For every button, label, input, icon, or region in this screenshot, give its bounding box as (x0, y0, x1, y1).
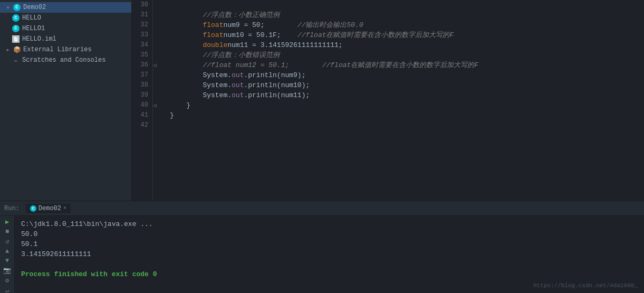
console-line-empty (21, 259, 638, 269)
run-button[interactable]: ▶ (2, 218, 13, 226)
code-line-30 (170, 0, 644, 10)
line-num-34: 34 (132, 40, 148, 50)
console-line-3: 3.141592611111111 (21, 249, 638, 259)
console-line-2: 50.1 (21, 239, 638, 249)
code-line-35: //浮点数：小数错误范例 (170, 50, 644, 60)
sidebar-item-demo02[interactable]: C Demo02 (0, 2, 131, 13)
fold-icon[interactable]: ◁ (153, 62, 157, 69)
tab-close-icon[interactable]: × (63, 205, 66, 211)
expand-arrow-icon (4, 4, 12, 11)
console-line-path: C:\jdk1.8.0_111\bin\java.exe ... (21, 219, 638, 229)
scroll-down-button[interactable]: ▼ (2, 257, 13, 264)
bottom-panel: Run: C Demo02 × ▶ ■ ↺ ▲ ▼ 📷 ⚙ ↵ ⊟ C:\jdk… (0, 201, 644, 293)
code-gutter: ◁ ◁ (153, 0, 164, 201)
run-tab-icon: C (30, 205, 36, 212)
line-num-35: 35 (132, 50, 148, 60)
line-num-32: 32 (132, 20, 148, 30)
line-num-36: 36 (132, 60, 148, 70)
code-line-36: //float num12 = 50.1; //float在赋值时需要在含小数的… (170, 60, 644, 70)
code-line-39: System.out.println(num11); (170, 90, 644, 100)
line-num-31: 31 (132, 10, 148, 20)
code-line-41: } (170, 110, 644, 120)
editor-area: 30 31 32 33 34 35 36 37 38 39 40 41 42 (132, 0, 644, 201)
run-label: Run: (4, 205, 20, 212)
scroll-up-button[interactable]: ▲ (2, 248, 13, 255)
line-num-39: 39 (132, 90, 148, 100)
run-tab-label: Demo02 (39, 205, 61, 212)
watermark: https://blog.csdn.net/Ada1990_ (533, 282, 638, 289)
stop-button[interactable]: ■ (2, 228, 13, 235)
code-line-40: } (170, 100, 644, 110)
bottom-tab-bar: Run: C Demo02 × (0, 201, 644, 216)
sidebar-item-external-libs[interactable]: 📦 External Libraries (0, 44, 131, 55)
run-tab-demo02[interactable]: C Demo02 × (26, 204, 71, 213)
code-line-42 (170, 120, 644, 130)
settings-button[interactable]: ⚙ (2, 277, 13, 285)
fold-icon2[interactable]: ◁ (153, 102, 157, 109)
expand-arrow-icon (4, 46, 12, 53)
java-icon: C (12, 24, 20, 33)
java-icon: C (12, 14, 20, 22)
sidebar-item-hello[interactable]: C HELLO (0, 13, 131, 23)
sidebar-item-scratches[interactable]: ✏️ Scratches and Consoles (0, 55, 131, 65)
sidebar-item-hello-iml[interactable]: 📄 HELLO.iml (0, 34, 131, 44)
java-icon: C (13, 3, 21, 12)
line-num-42: 42 (132, 120, 148, 130)
lib-icon: 📦 (13, 45, 21, 54)
code-line-34: double num11 = 3.14159261111111111; (170, 40, 644, 50)
scratch-icon: ✏️ (12, 56, 20, 64)
console-line-1: 50.0 (21, 229, 638, 239)
console-output: C:\jdk1.8.0_111\bin\java.exe ... 50.0 50… (15, 216, 644, 293)
line-num-37: 37 (132, 70, 148, 80)
line-num-33: 33 (132, 30, 148, 40)
run-toolbar: ▶ ■ ↺ ▲ ▼ 📷 ⚙ ↵ ⊟ (0, 216, 15, 293)
project-sidebar: C Demo02 C HELLO C HELLO1 📄 HELLO.iml 📦 … (0, 0, 132, 201)
iml-icon: 📄 (12, 35, 20, 43)
code-line-33: float num10 = 50.1F; //float在赋值时需要在含小数的数… (170, 30, 644, 40)
line-num-38: 38 (132, 80, 148, 90)
line-num-40: 40 (132, 100, 148, 110)
wrap-button[interactable]: ↵ (2, 287, 13, 293)
console-line-success: Process finished with exit code 0 (21, 269, 638, 279)
code-line-31: //浮点数：小数正确范例 (170, 10, 644, 20)
camera-button[interactable]: 📷 (2, 267, 13, 275)
line-num-30: 30 (132, 0, 148, 10)
code-line-38: System.out.println(num10); (170, 80, 644, 90)
code-editor[interactable]: //浮点数：小数正确范例 float num9 = 50; //输出时会输出50… (164, 0, 644, 201)
rerun-button[interactable]: ↺ (2, 238, 13, 245)
line-num-41: 41 (132, 110, 148, 120)
bottom-content: ▶ ■ ↺ ▲ ▼ 📷 ⚙ ↵ ⊟ C:\jdk1.8.0_111\bin\ja… (0, 216, 644, 293)
code-line-32: float num9 = 50; //输出时会输出50.0 (170, 20, 644, 30)
code-line-37: System.out.println(num9); (170, 70, 644, 80)
sidebar-item-hello1[interactable]: C HELLO1 (0, 23, 131, 34)
line-numbers: 30 31 32 33 34 35 36 37 38 39 40 41 42 (132, 0, 153, 201)
